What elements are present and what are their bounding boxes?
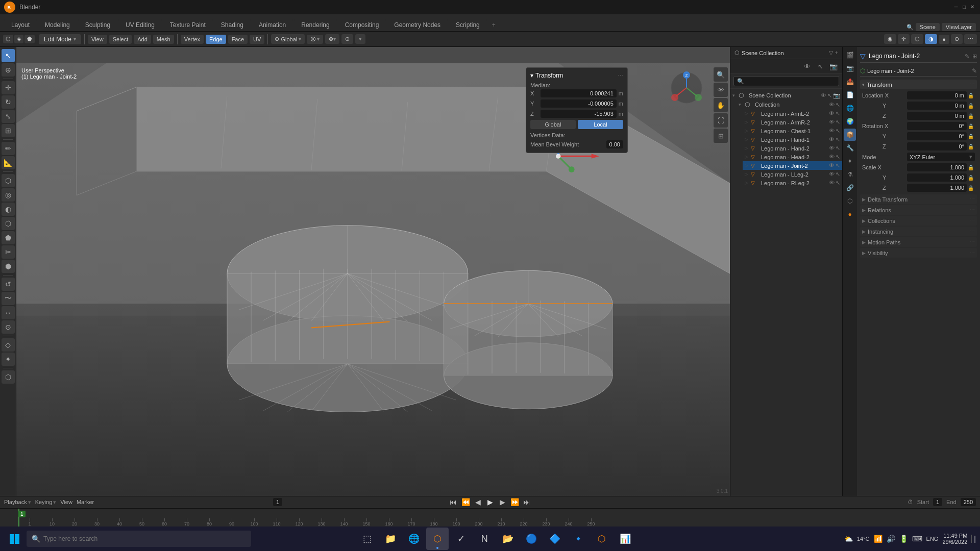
smooth-tool-btn[interactable]: 〜 xyxy=(2,292,15,305)
bevel-weight-value[interactable]: 0.00 xyxy=(606,140,623,148)
pivot-dropdown[interactable]: ⦿▾ xyxy=(307,35,323,44)
scene-collection-item[interactable]: ▾ ⬡ Scene Collection 👁 ↖ 📷 xyxy=(730,91,842,100)
play-btn[interactable]: ▶ xyxy=(485,497,495,507)
add-menu[interactable]: Add xyxy=(134,35,151,44)
scene-object-2[interactable]: ▷ ▽ Lego man - Chest-1 👁 ↖ xyxy=(743,127,842,135)
motion-paths-section[interactable]: ▶ Motion Paths ⋯ xyxy=(860,237,977,247)
face-mode-btn[interactable]: Face xyxy=(228,35,248,44)
show-desktop-btn[interactable]: | xyxy=(971,535,976,543)
obj-menu-btn[interactable]: ⊞ xyxy=(972,53,977,60)
visibility-section[interactable]: ▶ Visibility ⋯ xyxy=(860,248,977,258)
viewport-shading-4[interactable]: ⊙ xyxy=(951,34,963,44)
volume-icon[interactable]: 🔊 xyxy=(887,535,895,543)
blender-taskbar-btn[interactable]: ⬡ xyxy=(426,528,449,550)
rotate-tool-btn[interactable]: ↻ xyxy=(2,95,15,109)
snap-btn[interactable]: ⊛▾ xyxy=(325,34,339,44)
move-tool-btn[interactable]: ✛ xyxy=(2,81,15,94)
location-y-val[interactable]: 0 m xyxy=(907,102,967,110)
obj-eye-6[interactable]: 👁 xyxy=(829,162,835,169)
rotation-x-lock[interactable]: 🔒 xyxy=(968,123,975,129)
files2-btn[interactable]: 📂 xyxy=(497,528,519,550)
global-space-btn[interactable]: Global xyxy=(530,120,576,129)
obj-eye-4[interactable]: 👁 xyxy=(829,145,835,152)
obj-eye-5[interactable]: 👁 xyxy=(829,154,835,160)
annotate-tool-btn[interactable]: ✏ xyxy=(2,142,15,155)
delta-transform-section[interactable]: ▶ Delta Transform ⋯ xyxy=(860,194,977,204)
offset-edge-btn[interactable]: ⬟ xyxy=(2,231,15,244)
collections-section[interactable]: ▶ Collections ⋯ xyxy=(860,216,977,226)
relations-options[interactable]: ⋯ xyxy=(969,207,975,213)
mode-dropdown[interactable]: XYZ Euler ▾ xyxy=(907,153,975,161)
coll-sel[interactable]: ↖ xyxy=(836,102,840,108)
start-frame-val[interactable]: 1 xyxy=(933,498,942,506)
mode-icon-1[interactable]: ⬡ xyxy=(3,35,13,43)
search-bar[interactable]: 🔍 xyxy=(27,531,251,547)
tab-sculpting[interactable]: Sculpting xyxy=(78,19,117,31)
tab-animation[interactable]: Animation xyxy=(252,19,293,31)
view-layer-selector[interactable]: ViewLayer xyxy=(942,23,976,31)
obj-edit-btn[interactable]: ✎ xyxy=(965,53,969,60)
props-render-icon[interactable]: 📷 xyxy=(844,62,856,74)
viewport-shading-3[interactable]: ● xyxy=(939,35,949,44)
knife-tool-btn[interactable]: ✂ xyxy=(2,245,15,259)
overlay-btn[interactable]: ◉ xyxy=(884,34,896,44)
blender2-btn[interactable]: ⬡ xyxy=(591,528,613,550)
app-btn[interactable]: 📊 xyxy=(614,528,636,550)
obj-sel-4[interactable]: ↖ xyxy=(836,145,840,152)
system-clock[interactable]: 11:49 PM 29/6/2022 xyxy=(942,533,967,545)
rotation-x-val[interactable]: 0° xyxy=(907,122,967,130)
vertex-mode-btn[interactable]: Vertex xyxy=(181,35,204,44)
props-physics-icon[interactable]: ⚗ xyxy=(844,168,856,181)
props-scene-icon[interactable]: 🎬 xyxy=(844,49,856,61)
scale-tool-btn[interactable]: ⤡ xyxy=(2,110,15,123)
jump-prev-btn[interactable]: ⏪ xyxy=(460,497,471,507)
marker-menu[interactable]: Marker xyxy=(77,499,94,505)
keyboard-icon[interactable]: ⌨ xyxy=(912,535,922,543)
loop-cut-btn[interactable]: ⬡ xyxy=(2,217,15,230)
location-z-lock[interactable]: 🔒 xyxy=(968,113,975,119)
scale-x-val[interactable]: 1.000 xyxy=(907,163,967,171)
obj-eye-7[interactable]: 👁 xyxy=(829,171,835,178)
props-material-icon[interactable]: ● xyxy=(844,208,856,220)
end-frame-val[interactable]: 250 xyxy=(961,498,976,506)
obj-eye-1[interactable]: 👁 xyxy=(829,119,835,126)
search-input[interactable] xyxy=(43,535,246,542)
relations-section[interactable]: ▶ Relations ⋯ xyxy=(860,205,977,215)
delta-options[interactable]: ⋯ xyxy=(969,196,975,203)
scale-z-lock[interactable]: 🔒 xyxy=(968,185,975,191)
filter-btn[interactable]: ▽ xyxy=(829,49,833,56)
playback-menu[interactable]: Playback▾ xyxy=(4,499,31,506)
proportional-dropdown[interactable]: ▾ xyxy=(355,34,365,44)
props-view-layer-icon[interactable]: 📄 xyxy=(844,89,856,101)
props-object-icon[interactable]: 📦 xyxy=(844,129,856,141)
view-menu-tl[interactable]: View xyxy=(60,499,72,505)
start-button[interactable] xyxy=(4,529,24,549)
props-scene2-icon[interactable]: 🌐 xyxy=(844,102,856,114)
chrome-btn[interactable]: 🔵 xyxy=(520,528,543,550)
weather-icon[interactable]: ⛅ xyxy=(844,535,853,543)
git-btn[interactable]: 🔷 xyxy=(544,528,566,550)
tab-layout[interactable]: Layout xyxy=(4,19,37,31)
shrink-btn[interactable]: ⊙ xyxy=(2,320,15,334)
view-menu[interactable]: View xyxy=(88,35,107,44)
obj-eye-0[interactable]: 👁 xyxy=(829,110,835,117)
obj-sel-8[interactable]: ↖ xyxy=(836,180,840,186)
viewport-tool-3[interactable]: ✋ xyxy=(714,98,728,112)
y-value[interactable]: -0.000005 xyxy=(541,99,617,108)
prev-frame-btn[interactable]: ◀ xyxy=(473,497,483,507)
scale-y-val[interactable]: 1.000 xyxy=(907,173,967,182)
edit-mode-dropdown[interactable]: Edit Mode ▾ xyxy=(39,34,81,44)
edge-slide-btn[interactable]: ↔ xyxy=(2,306,15,319)
jump-end-btn[interactable]: ⏭ xyxy=(522,497,532,507)
proportional-btn[interactable]: ⊙ xyxy=(341,34,353,44)
select-menu[interactable]: Select xyxy=(109,35,132,44)
gizmo-btn[interactable]: ✛ xyxy=(898,34,910,44)
instancing-options[interactable]: ⋯ xyxy=(969,228,975,235)
network-icon[interactable]: 📶 xyxy=(874,535,883,543)
rotation-y-lock[interactable]: 🔒 xyxy=(968,134,975,139)
select-tool-btn[interactable]: ↖ xyxy=(2,49,15,62)
viewport-shading-2[interactable]: ◑ xyxy=(925,34,937,44)
tab-shading[interactable]: Shading xyxy=(214,19,251,31)
obj-sel-3[interactable]: ↖ xyxy=(836,136,840,143)
tab-geometry-nodes[interactable]: Geometry Nodes xyxy=(387,19,448,31)
